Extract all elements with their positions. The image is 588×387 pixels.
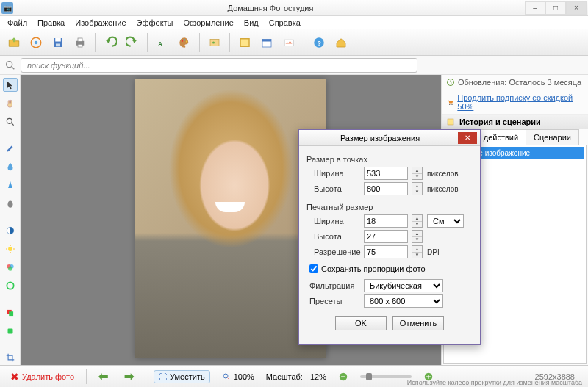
zoom-tool-icon[interactable] — [3, 115, 18, 129]
svg-point-1 — [35, 40, 38, 44]
print-icon[interactable] — [71, 33, 90, 52]
save-icon[interactable] — [49, 33, 68, 52]
clone-tool-icon[interactable] — [3, 305, 18, 319]
palette-icon[interactable] — [175, 33, 194, 52]
home-icon[interactable] — [331, 33, 351, 52]
menu-help[interactable]: Справка — [265, 18, 305, 28]
svg-rect-37 — [7, 328, 12, 333]
print-height-spinner[interactable]: ▲▼ — [412, 230, 423, 243]
filter-select[interactable]: Бикубическая — [364, 279, 443, 292]
maximize-button[interactable]: □ — [545, 1, 566, 15]
svg-rect-16 — [262, 39, 271, 41]
undo-icon[interactable] — [101, 33, 120, 52]
zoom-100-button[interactable]: 100% — [218, 371, 259, 383]
zoom-slider[interactable] — [360, 375, 412, 378]
menu-image[interactable]: Изображение — [71, 18, 130, 28]
zoom-100-label: 100% — [234, 372, 254, 381]
search-icon — [4, 59, 16, 71]
svg-point-24 — [7, 201, 12, 208]
pixel-height-input[interactable] — [364, 182, 408, 195]
print-height-label: Высота — [314, 232, 359, 241]
menu-view[interactable]: Вид — [240, 18, 263, 28]
print-height-input[interactable] — [364, 230, 408, 243]
tab-scenarios[interactable]: Сценарии — [526, 129, 579, 145]
svg-point-20 — [7, 61, 12, 67]
cancel-button[interactable]: Отменить — [392, 316, 444, 330]
dialog-titlebar[interactable]: Размер изображения ✕ — [299, 130, 480, 146]
svg-rect-7 — [78, 44, 82, 47]
minimize-button[interactable]: – — [525, 1, 545, 15]
left-toolbox — [0, 75, 21, 365]
svg-rect-3 — [55, 38, 61, 42]
svg-rect-45 — [341, 376, 345, 377]
svg-point-22 — [7, 118, 12, 123]
history-panel-title: История и сценарии — [459, 117, 541, 126]
dialog-close-icon[interactable]: ✕ — [458, 132, 477, 144]
scale-label: Масштаб: — [266, 372, 303, 381]
width-label: Ширина — [314, 169, 359, 178]
svg-point-10 — [184, 39, 185, 40]
svg-point-33 — [8, 267, 12, 271]
color-tool-icon[interactable] — [3, 261, 18, 275]
preset-label: Пресеты — [309, 297, 359, 305]
menu-edit[interactable]: Правка — [33, 18, 69, 28]
svg-rect-36 — [9, 311, 13, 316]
resolution-spinner[interactable]: ▲▼ — [412, 245, 423, 258]
brush-tool-icon[interactable] — [3, 142, 18, 156]
search-input[interactable] — [21, 58, 417, 73]
image-size-dialog: Размер изображения ✕ Размер в точках Шир… — [298, 129, 481, 345]
update-info: Обновления: Осталось 3 месяца — [442, 75, 588, 90]
pixel-height-spinner[interactable]: ▲▼ — [412, 182, 423, 195]
calendar-icon[interactable] — [257, 33, 276, 52]
open-file-icon[interactable] — [4, 33, 24, 52]
pixel-size-section: Размер в точках — [306, 155, 473, 164]
delete-photo-button[interactable]: ✖ Удалить фото — [6, 369, 79, 384]
arrow-left-icon: ⬅ — [98, 369, 108, 383]
dialog-title: Размер изображения — [302, 134, 458, 142]
search-bar — [0, 56, 588, 75]
card-icon[interactable] — [279, 33, 298, 52]
hand-tool-icon[interactable] — [3, 96, 18, 110]
ok-button[interactable]: OK — [335, 316, 387, 330]
close-button[interactable]: × — [566, 1, 587, 15]
svg-point-13 — [212, 41, 215, 43]
photo-tool-icon[interactable] — [205, 33, 224, 52]
prev-button[interactable]: ⬅ — [94, 368, 112, 385]
pixel-width-spinner[interactable]: ▲▼ — [412, 167, 423, 180]
delete-label: Удалить фото — [22, 372, 74, 381]
print-unit-select[interactable]: См — [427, 214, 464, 228]
svg-point-39 — [449, 104, 450, 105]
hue-tool-icon[interactable] — [3, 279, 18, 293]
drop-tool-icon[interactable] — [3, 160, 18, 174]
sharpen-tool-icon[interactable] — [3, 178, 18, 192]
zoom-thumb[interactable] — [366, 373, 372, 380]
fit-button[interactable]: ⛶ Уместить — [154, 370, 210, 383]
crop-tool-icon[interactable] — [3, 351, 18, 365]
menubar: Файл Правка Изображение Эффекты Оформлен… — [0, 16, 588, 29]
svg-line-43 — [227, 377, 229, 380]
redo-icon[interactable] — [123, 33, 142, 52]
menu-design[interactable]: Оформление — [179, 18, 238, 28]
help-icon[interactable]: ? — [309, 33, 329, 52]
contrast-tool-icon[interactable] — [3, 224, 18, 238]
print-width-spinner[interactable]: ▲▼ — [412, 214, 423, 228]
resolution-input[interactable] — [364, 245, 408, 258]
pointer-tool-icon[interactable] — [3, 78, 18, 92]
browse-icon[interactable] — [26, 33, 46, 52]
zoom-out-button[interactable] — [334, 370, 353, 383]
brightness-tool-icon[interactable] — [3, 242, 18, 256]
arrow-right-icon: ➡ — [124, 369, 134, 383]
patch-tool-icon[interactable] — [3, 324, 18, 338]
minus-icon — [338, 372, 348, 382]
next-button[interactable]: ➡ — [120, 368, 138, 385]
print-width-input[interactable] — [364, 214, 408, 228]
text-icon[interactable]: A — [153, 33, 172, 52]
keep-ratio-checkbox[interactable] — [309, 264, 318, 273]
smudge-tool-icon[interactable] — [3, 197, 18, 211]
promo-link[interactable]: Продлить подписку со скидкой 50% — [457, 93, 584, 111]
preset-select[interactable]: 800 x 600 — [364, 294, 443, 308]
frame-icon[interactable] — [235, 33, 254, 52]
menu-effects[interactable]: Эффекты — [132, 18, 178, 28]
menu-file[interactable]: Файл — [3, 18, 32, 28]
pixel-width-input[interactable] — [364, 167, 408, 180]
